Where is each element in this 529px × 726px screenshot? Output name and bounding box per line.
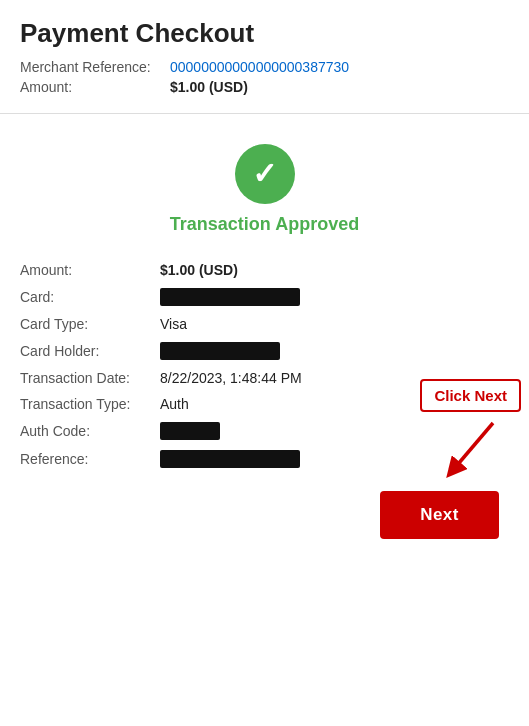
success-icon-wrapper: ✓ <box>20 144 509 204</box>
checkmark-icon: ✓ <box>252 159 277 189</box>
row-value: Auth <box>160 396 189 412</box>
arrow-icon <box>443 418 503 478</box>
row-label: Transaction Type: <box>20 396 160 412</box>
approved-text: Transaction Approved <box>20 214 509 235</box>
row-label: Card: <box>20 289 160 305</box>
main-section: ✓ Transaction Approved Amount: $1.00 (US… <box>0 114 529 569</box>
annotation-wrapper: Click Next <box>420 379 521 478</box>
merchant-reference-value: 00000000000000000387730 <box>170 59 349 75</box>
merchant-label: Merchant Reference: <box>20 59 170 75</box>
table-row: Card Holder: <box>20 337 509 365</box>
amount-label: Amount: <box>20 79 170 95</box>
click-next-bubble: Click Next <box>420 379 521 412</box>
table-row: Card Type: Visa <box>20 311 509 337</box>
row-label: Auth Code: <box>20 423 160 439</box>
redacted-card <box>160 288 300 306</box>
header-section: Payment Checkout Merchant Reference: 000… <box>0 0 529 114</box>
row-value: Visa <box>160 316 187 332</box>
button-row: Next <box>20 491 509 539</box>
page-title: Payment Checkout <box>20 18 509 49</box>
next-button[interactable]: Next <box>380 491 499 539</box>
redacted-reference <box>160 450 300 468</box>
table-row: Card: <box>20 283 509 311</box>
redacted-authcode <box>160 422 220 440</box>
page-wrapper: Payment Checkout Merchant Reference: 000… <box>0 0 529 726</box>
redacted-cardholder <box>160 342 280 360</box>
row-label: Card Holder: <box>20 343 160 359</box>
row-value: 8/22/2023, 1:48:44 PM <box>160 370 302 386</box>
row-value: $1.00 (USD) <box>160 262 238 278</box>
svg-line-1 <box>453 423 493 470</box>
row-label: Transaction Date: <box>20 370 160 386</box>
row-label: Card Type: <box>20 316 160 332</box>
header-amount-value: $1.00 (USD) <box>170 79 248 95</box>
success-circle: ✓ <box>235 144 295 204</box>
table-row: Amount: $1.00 (USD) <box>20 257 509 283</box>
row-label: Amount: <box>20 262 160 278</box>
row-label: Reference: <box>20 451 160 467</box>
